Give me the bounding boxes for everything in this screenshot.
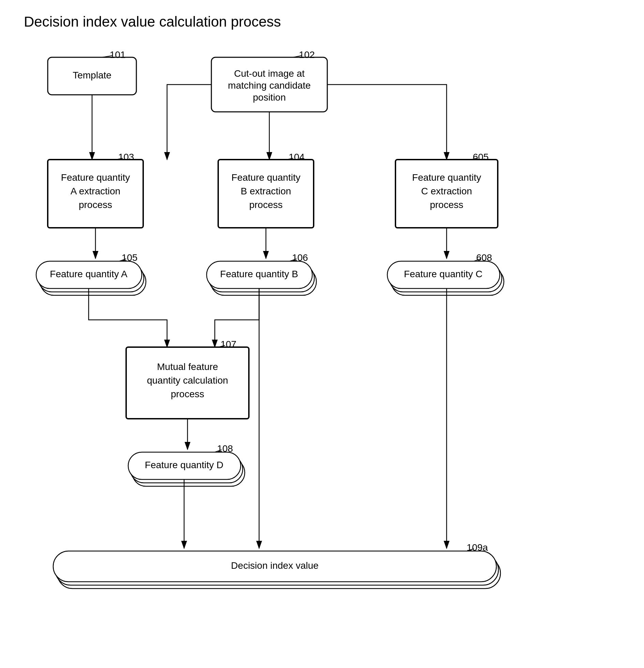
fqC-proc-label1: Feature quantity: [412, 172, 481, 183]
mutual-label1: Mutual feature: [157, 361, 218, 372]
fqC-proc-label3: process: [430, 199, 463, 210]
id-101: 101: [110, 50, 126, 60]
id-608: 608: [476, 252, 492, 263]
id-104: 104: [289, 152, 305, 162]
fqA-proc-label3: process: [79, 199, 112, 210]
template-label: Template: [73, 70, 111, 80]
fqB-label: Feature quantity B: [220, 269, 298, 279]
fqB-proc-label2: B extraction: [241, 186, 291, 196]
id-605: 605: [473, 152, 489, 162]
mutual-label3: process: [171, 389, 204, 399]
fqA-proc-label2: A extraction: [71, 186, 120, 196]
id-106: 106: [292, 252, 308, 263]
id-105: 105: [122, 252, 138, 263]
cutout-label: Cut-out image at: [234, 68, 305, 79]
mutual-label2: quantity calculation: [147, 375, 228, 386]
fqC-proc-label2: C extraction: [421, 186, 472, 196]
id-103: 103: [118, 152, 134, 162]
fqB-proc-label3: process: [249, 199, 283, 210]
fqB-proc-label1: Feature quantity: [231, 172, 300, 183]
fqD-label: Feature quantity D: [145, 460, 223, 470]
diagram-container: Decision index value calculation process…: [20, 14, 627, 662]
page-title: Decision index value calculation process: [24, 14, 627, 30]
id-107: 107: [221, 339, 237, 350]
id-108: 108: [217, 443, 233, 454]
decision-label: Decision index value: [231, 560, 319, 571]
fqA-label: Feature quantity A: [50, 269, 128, 279]
fqC-label: Feature quantity C: [404, 269, 482, 279]
diagram-svg: Template 101 Cut-out image at matching c…: [20, 50, 620, 668]
id-109a: 109a: [467, 542, 488, 553]
id-102: 102: [299, 50, 315, 60]
cutout-label2: matching candidate: [228, 80, 311, 91]
cutout-label3: position: [253, 92, 286, 103]
fqA-proc-label1: Feature quantity: [61, 172, 130, 183]
